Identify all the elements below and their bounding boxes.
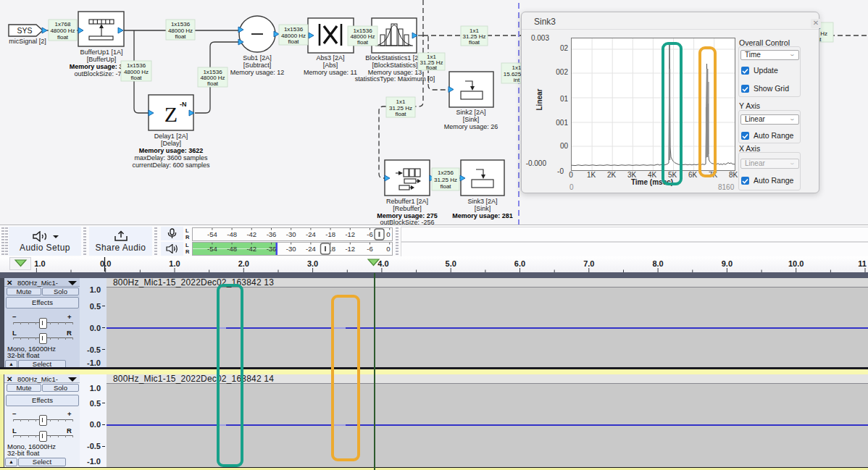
svg-text:31.25 Hz: 31.25 Hz <box>434 177 457 183</box>
svg-text:float: float <box>130 75 142 81</box>
svg-text:int: int <box>514 77 520 83</box>
svg-text:Abs3 [2A]: Abs3 [2A] <box>316 54 344 62</box>
svg-text:[Subtract]: [Subtract] <box>243 62 272 69</box>
svg-text:3.0: 3.0 <box>307 259 318 268</box>
svg-text:[Sink]: [Sink] <box>475 205 491 212</box>
svg-text:float: float <box>395 111 406 117</box>
svg-text:-30: -30 <box>286 245 296 253</box>
svg-text:1x1: 1x1 <box>396 98 406 105</box>
svg-text:1x1: 1x1 <box>512 64 522 71</box>
svg-text:-36: -36 <box>267 230 277 238</box>
svg-text:Sink3 [2A]: Sink3 [2A] <box>467 198 497 205</box>
svg-text:1x768: 1x768 <box>55 21 71 28</box>
svg-text:0: 0 <box>386 230 390 238</box>
svg-text:11: 11 <box>858 259 867 268</box>
svg-text:-48: -48 <box>227 230 237 238</box>
svg-text:[Abs]: [Abs] <box>323 62 338 69</box>
svg-text:-30: -30 <box>286 230 296 238</box>
svg-text:-24: -24 <box>306 245 316 253</box>
svg-text:float: float <box>357 39 369 46</box>
svg-text:float: float <box>440 183 451 190</box>
svg-text:-54: -54 <box>207 230 217 238</box>
svg-text:[Sink]: [Sink] <box>463 116 480 123</box>
svg-text:8.0: 8.0 <box>652 259 663 268</box>
svg-text:-12: -12 <box>345 230 355 238</box>
svg-text:1x1536: 1x1536 <box>127 62 146 69</box>
svg-text:-12: -12 <box>345 245 355 253</box>
svg-text:1.0: 1.0 <box>169 259 180 268</box>
svg-text:Sink2 [2A]: Sink2 [2A] <box>456 109 485 116</box>
svg-text:-18: -18 <box>325 230 335 238</box>
svg-text:outBlockSize: -768: outBlockSize: -768 <box>74 70 128 77</box>
svg-text:Memory usage: 26: Memory usage: 26 <box>444 123 498 130</box>
svg-text:-N: -N <box>180 101 187 108</box>
svg-text:1x256: 1x256 <box>438 169 454 176</box>
svg-text:float: float <box>207 80 219 87</box>
svg-text:[BlockStatistics]: [BlockStatistics] <box>372 62 417 69</box>
svg-text:maxDelay: 3600 samples: maxDelay: 3600 samples <box>134 154 208 161</box>
svg-text:-48: -48 <box>227 245 237 253</box>
svg-text:BlockStatistics1 [2A]: BlockStatistics1 [2A] <box>365 54 425 62</box>
svg-text:4.0: 4.0 <box>377 259 388 268</box>
svg-text:float: float <box>288 38 299 45</box>
svg-text:-54: -54 <box>207 245 217 253</box>
svg-text:0.0: 0.0 <box>100 259 111 268</box>
svg-text:5.0: 5.0 <box>446 259 456 268</box>
svg-text:Rebuffer1 [2A]: Rebuffer1 [2A] <box>386 198 428 205</box>
svg-text:-42: -42 <box>246 245 256 253</box>
svg-text:statisticsType: Maximum [0]: statisticsType: Maximum [0] <box>355 75 435 83</box>
svg-text:SYS: SYS <box>17 26 32 35</box>
svg-text:Memory usage: 11: Memory usage: 11 <box>304 69 357 76</box>
svg-text:-42: -42 <box>246 230 256 238</box>
svg-text:micSignal [2]: micSignal [2] <box>9 38 46 45</box>
svg-text:Memory usage: 3622: Memory usage: 3622 <box>139 147 204 154</box>
svg-text:Delay1 [2A]: Delay1 [2A] <box>154 133 188 140</box>
svg-text:0: 0 <box>386 245 390 253</box>
svg-text:2.0: 2.0 <box>238 259 249 268</box>
svg-text:[Delay]: [Delay] <box>161 140 181 147</box>
svg-text:outBlockSize: -256: outBlockSize: -256 <box>380 219 434 224</box>
svg-text:-24: -24 <box>306 230 316 238</box>
svg-text:[BufferUp]: [BufferUp] <box>87 56 116 63</box>
svg-text:float: float <box>469 39 480 46</box>
svg-text:9.0: 9.0 <box>722 259 733 268</box>
svg-text:1.0: 1.0 <box>34 259 45 268</box>
svg-text:-6: -6 <box>367 245 372 253</box>
svg-text:-36: -36 <box>267 245 277 253</box>
svg-text:Z: Z <box>164 102 178 126</box>
svg-text:Memory usage: 12: Memory usage: 12 <box>230 69 285 76</box>
svg-text:-6: -6 <box>367 230 372 238</box>
svg-text:10.0: 10.0 <box>788 259 804 268</box>
svg-text:float: float <box>175 33 186 40</box>
svg-text:BufferUp1 [1A]: BufferUp1 [1A] <box>80 49 123 56</box>
svg-text:Memory usage: 281: Memory usage: 281 <box>452 212 513 219</box>
svg-text:1x1536: 1x1536 <box>171 21 191 28</box>
svg-text:48000 Hz: 48000 Hz <box>50 28 75 34</box>
svg-text:6.0: 6.0 <box>514 259 525 268</box>
svg-text:1x1536: 1x1536 <box>284 26 304 33</box>
svg-text:7.0: 7.0 <box>583 259 594 268</box>
svg-text:currentDelay: 600 samples: currentDelay: 600 samples <box>132 161 210 169</box>
svg-text:Sub1 [2A]: Sub1 [2A] <box>243 54 272 62</box>
svg-text:[Rebuffer]: [Rebuffer] <box>393 205 421 212</box>
svg-text:float: float <box>57 34 69 41</box>
svg-text:float: float <box>426 64 438 71</box>
